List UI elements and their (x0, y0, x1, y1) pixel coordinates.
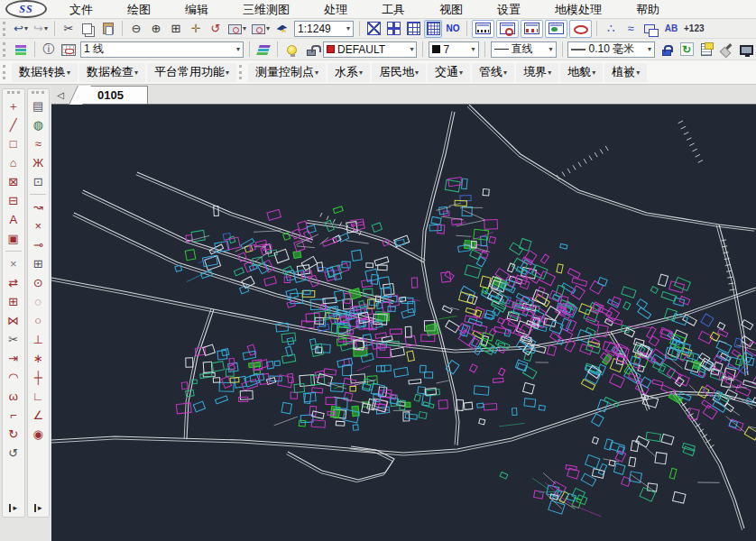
tool-lasso-select-button[interactable]: ○ (28, 311, 48, 330)
number-display-button[interactable]: +123 (682, 20, 706, 38)
chevron-down-icon[interactable]: ▾ (415, 69, 419, 77)
toolbar-grip[interactable] (239, 65, 244, 79)
category-control-points-button[interactable]: 测量控制点▾ (248, 63, 326, 82)
category-pipelines-button[interactable]: 管线▾ (472, 63, 514, 82)
tool-edit-polyline-button[interactable]: ⊸ (28, 235, 48, 254)
chevron-down-icon[interactable]: ▾ (243, 24, 246, 32)
pen-combo[interactable]: 7▾ (429, 41, 478, 58)
grid-fine-button[interactable] (424, 20, 442, 38)
drawing-canvas[interactable] (51, 105, 756, 541)
toolbar-overflow-button[interactable]: ▸ (5, 502, 23, 514)
tool-fillet-button[interactable]: ↻ (4, 425, 23, 444)
paste-button[interactable] (99, 20, 117, 38)
panel-table-button[interactable] (472, 20, 494, 38)
tool-star-point-button[interactable]: ∗ (28, 349, 48, 368)
chevron-down-icon[interactable]: ▾ (226, 69, 229, 77)
tool-compass-symbol-button[interactable]: ◉ (28, 425, 48, 444)
chevron-down-icon[interactable]: ▾ (44, 24, 48, 32)
zoom-in-button[interactable]: ⊕ (147, 20, 165, 38)
undo-button[interactable]: ↩▾ (12, 20, 30, 38)
cut-button[interactable]: ✂ (60, 20, 78, 38)
tool-edit-vertex-button[interactable]: ω (4, 387, 23, 406)
tool-break-object-button[interactable]: ⌐ (4, 406, 23, 425)
tool-batch-symbols-button[interactable]: Ж (28, 153, 48, 172)
tool-draw-polygon-button[interactable]: ⌂ (4, 153, 23, 172)
tool-draw-rectangle-button[interactable]: □ (4, 134, 23, 153)
object-info-button[interactable]: ⓘ (40, 41, 58, 59)
menu-file[interactable]: 文件 (52, 0, 110, 18)
tool-draw-arc-button[interactable]: ◠ (4, 368, 23, 387)
redo-button[interactable]: ↪▾ (32, 20, 50, 38)
menu-process[interactable]: 处理 (307, 0, 364, 18)
tool-sheet-manager-button[interactable]: ▤ (28, 96, 48, 115)
grid-coarse-button[interactable] (404, 20, 422, 38)
category-vegetation-button[interactable]: 植被▾ (604, 63, 647, 82)
toolbar-grip[interactable] (3, 65, 7, 79)
chevron-down-icon[interactable]: ▾ (359, 69, 363, 77)
tool-trim-button[interactable]: ✂ (4, 330, 23, 349)
menu-tools[interactable]: 工具 (364, 0, 422, 18)
zoom-center-button[interactable] (384, 20, 402, 38)
chevron-down-icon[interactable]: ▾ (134, 69, 138, 77)
color-combo[interactable]: DEFAULT▾ (323, 41, 417, 58)
scale-combo[interactable]: 1:1249▾ (294, 21, 354, 37)
zoom-window-button[interactable]: ⊞ (167, 20, 185, 38)
clean-drawing-button[interactable] (717, 41, 735, 59)
chevron-down-icon[interactable]: ▾ (459, 69, 463, 77)
panel-area-button[interactable] (545, 20, 567, 38)
chevron-down-icon[interactable]: ▾ (234, 45, 240, 53)
menu-mapping-3d[interactable]: 三维测图 (226, 0, 307, 18)
tab-drawing-0105[interactable]: 0105 (78, 86, 148, 104)
tool-dimension-button[interactable]: ⊟ (4, 191, 23, 210)
tool-draw-point-button[interactable]: ＋ (4, 96, 23, 115)
layer-stack-button[interactable] (254, 41, 272, 59)
lineweight-combo[interactable]: 0.10 毫米▾ (567, 41, 655, 58)
category-residential-button[interactable]: 居民地▾ (372, 63, 426, 82)
layer-new-button[interactable] (12, 41, 30, 59)
tool-rotate-number-button[interactable]: ↺ (4, 444, 23, 463)
linetype-combo[interactable]: 直线▾ (491, 41, 557, 58)
layer-manager-button[interactable] (60, 41, 78, 59)
layer-combo[interactable]: 1 线▾ (80, 41, 244, 58)
tool-draw-donut-button[interactable]: ⊙ (28, 273, 48, 292)
zoom-out-button[interactable]: ⊖ (127, 20, 145, 38)
tool-break-point-button[interactable]: × (28, 216, 48, 235)
block-display-button[interactable] (641, 20, 660, 38)
tool-perpendicular-button[interactable]: ⊥ (28, 330, 48, 349)
chevron-down-icon[interactable]: ▾ (344, 24, 350, 32)
tool-move-object-button[interactable]: ⇄ (4, 273, 23, 292)
menu-terrain-model[interactable]: 地模处理 (538, 0, 619, 18)
toolbar-grip[interactable] (32, 91, 44, 95)
tool-mirror-button[interactable]: ⋈ (4, 311, 23, 330)
tool-extend-button[interactable]: ⇥ (4, 349, 23, 368)
toolbar-overflow-button[interactable]: ▸ (29, 502, 47, 514)
tool-draw-hatch-button[interactable]: ⊠ (4, 172, 23, 191)
tool-symbol-library-button[interactable]: ◍ (28, 115, 48, 134)
layer-lock-button[interactable] (302, 41, 320, 59)
panel-wave-button[interactable] (521, 20, 543, 38)
no-toggle-button[interactable]: NO (444, 20, 462, 38)
tool-select-region-button[interactable]: ⊡ (28, 172, 48, 191)
category-platform-functions-button[interactable]: 平台常用功能▾ (147, 63, 236, 82)
tool-draw-line-button[interactable]: ╱ (4, 115, 23, 134)
menu-settings[interactable]: 设置 (480, 0, 538, 18)
menu-view[interactable]: 视图 (422, 0, 480, 18)
tool-circle-annotate-button[interactable]: ◌ (28, 292, 48, 311)
chevron-down-icon[interactable]: ▾ (24, 24, 28, 32)
tool-draw-text-button[interactable]: A (4, 210, 23, 229)
tool-coordinate-axis-button[interactable]: ∟ (28, 387, 48, 406)
tool-freehand-draw-button[interactable]: ≈ (28, 134, 48, 153)
panel-target-button[interactable] (496, 20, 519, 38)
polyline-display-button[interactable]: ≈ (622, 20, 640, 38)
tool-copy-object-button[interactable]: ⊞ (4, 292, 23, 311)
display-settings-button[interactable] (737, 41, 755, 59)
point-display-button[interactable]: ∴ (602, 20, 620, 38)
chevron-down-icon[interactable]: ▾ (67, 69, 70, 77)
chevron-down-icon[interactable]: ▾ (266, 24, 270, 32)
display-lock-button[interactable] (658, 41, 676, 59)
chevron-down-icon[interactable]: ▾ (503, 69, 507, 77)
birds-eye-button[interactable] (273, 20, 291, 38)
orbit-button[interactable]: ↺ (207, 20, 225, 38)
toolbar-grip[interactable] (7, 91, 20, 95)
edit-note-button[interactable] (697, 41, 715, 59)
